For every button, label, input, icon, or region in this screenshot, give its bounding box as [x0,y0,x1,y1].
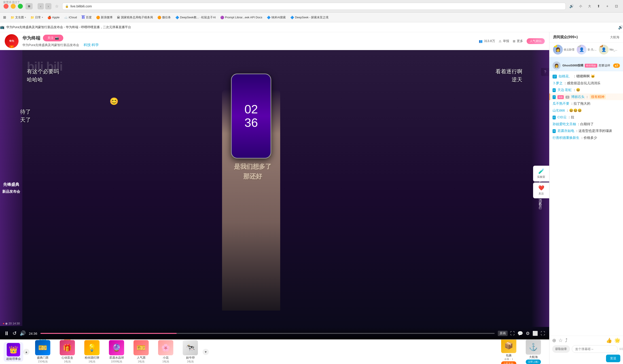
small-icon[interactable]: 小 [577,3,584,9]
msg-5-username: 山乞666 [553,108,565,112]
notice-volume-icon[interactable]: 🔊 [618,25,623,30]
gift-item-boat[interactable]: ⚓ 大航海 立即上船› [521,339,546,364]
streamer-name: 华为终端 [22,35,40,41]
gift-item-1[interactable]: BLS 🎫 盛典门票 150电池 [30,339,55,364]
chat-text-4: 天了 [20,116,31,123]
viewer-1[interactable]: 👩 梁1 依云卧雪 [553,45,575,55]
bm-prompt[interactable]: 🟣 Prompt Librar...eek API Docs [220,16,262,19]
gift-name-5: 人气票 [137,356,146,360]
chat-text-6: 逆天 [495,76,522,83]
gift-item-package[interactable]: 📦 包裹 余额：1 立即充值› [496,339,521,364]
notice-icon: 📺 [0,25,4,29]
bm-daily[interactable]: 📁 日常 ▾ [30,15,43,20]
chat-icon-1[interactable]: ⊕ [552,338,556,343]
report-btn[interactable]: ⚠ 举报 [499,39,509,43]
close-button[interactable] [3,4,8,9]
bm-icloud[interactable]: ☁️ iCloud [64,16,77,19]
msg-3-text: ： [585,95,589,99]
board-button[interactable]: 立即上船› [526,360,541,364]
play-pause-button[interactable]: ⏸ [4,330,9,337]
gift-item-7[interactable]: 🐄 娃牛哔 1电池 [178,339,202,364]
gift-name-1: 盛典门票 [37,356,48,360]
gift-item-3[interactable]: 💡 粉丝团灯牌 1电池 [80,339,104,364]
msg-0-emoji: 🐱 [591,74,595,78]
viewer-avatar-2: 👤 梁2 [577,45,587,55]
chat-text-1: 有这个必要吗 [27,68,59,75]
gift-scroll-up-btn[interactable]: ▲ [23,349,29,355]
msg-9-username: 行善积德重焕新生 [553,136,579,140]
star-icon[interactable]: ☆ [55,4,59,9]
chat-message-2: 6 天边·彩虹 ：😆 [549,86,623,93]
theater-btn[interactable]: ⬜ [533,331,538,336]
lab-action-btn[interactable]: 🧪 实验室 [533,166,549,182]
tabs-overview-button[interactable]: ⊡ [613,3,620,9]
bm-baidu[interactable]: 百 百度 [81,15,92,20]
bm-weibo[interactable]: 🟠 新浪微博 [96,15,112,20]
chat-message-1: 卜萝之 ：感觉很适合玩儿消消乐 [549,80,623,87]
msg-0-username: 似桃花、 [558,74,572,78]
msg-6-level: 6 [553,116,556,119]
bm-tax[interactable]: 🏛 国家税务总局电子税务局 [117,15,153,20]
volume-icon[interactable]: 🔊 [568,3,575,9]
gift-item-2[interactable]: 首抽 🎁 心动盲盒 1电池 [55,339,80,364]
replay-button[interactable]: ↺ [13,330,17,336]
pip-button[interactable]: ⛶ [510,331,515,336]
progress-bar[interactable] [41,333,495,334]
msg-3-subbadge: ⑩ [566,96,569,99]
volume-button[interactable]: 🔊 [20,330,26,336]
gift-item-6[interactable]: 🌸 小花 1电池 [154,339,178,364]
tech-tag[interactable]: 科技·科学 [84,43,99,47]
danmaku-btn[interactable]: 💬 [517,331,523,336]
chat-overlay-area: 有这个必要吗 哈哈哈 [27,68,59,83]
gift-list-item-selected[interactable]: 👑 超能理事会 [3,342,23,362]
gift-item-5[interactable]: 🎫 人气票 1电池 [129,339,154,364]
gift-name-package: 包裹 [506,353,512,358]
chat-input-field[interactable] [572,345,618,353]
share-stats-btn[interactable]: ⊞ 更多 [513,39,523,43]
chat-icon-star[interactable]: ☆ [558,338,563,343]
settings-btn[interactable]: ⚙ [526,331,530,336]
share-icon[interactable]: ⬆ [595,3,601,9]
sidebar-toggle-button[interactable]: ⊞ [25,3,33,9]
bm-grid-icon[interactable]: ⊞ [3,15,6,20]
chat-overlay-top-right: 看着逐行啊 逆天 [495,68,522,83]
minimize-button[interactable] [11,4,16,9]
gift-item-4[interactable]: 🔮 星愿水晶球 1000电池 [104,339,129,364]
viewer-3[interactable]: 👤 梁3 Nio_... [599,45,617,55]
new-tab-button[interactable]: + [604,3,610,9]
chat-icon-share[interactable]: ⤴ [565,338,568,343]
charge-button[interactable]: 立即充值› [501,361,516,364]
msg-6-text: ：拉 [568,115,574,119]
gift-scroll-down-btn[interactable]: ▼ [202,349,209,355]
fullscreen-btn[interactable]: ⛶ [541,331,545,336]
bm-wentu[interactable]: 📁 文生图 ▾ [11,15,26,20]
video-player[interactable]: bili bili 先锋盛典 新品发布会 有这个必要吗 哈哈哈 待了 天了 😊 … [0,50,549,339]
bm-weitask[interactable]: 🟠 微任务 [157,15,171,20]
maximize-button[interactable] [18,4,23,9]
emoji-float: 😊 [110,97,118,106]
chat-like-icon[interactable]: 👍 [606,338,612,343]
get-courage-button[interactable]: 获取励章 [552,345,570,353]
gift-bar: 👑 超能理事会 ▲ BLS 🎫 盛典门票 150电池 首抽 🎁 心动盲盒 [0,339,549,364]
back-button[interactable]: ‹ [38,3,44,9]
msg-2-username: 天边·彩虹 [557,88,572,92]
forward-button[interactable]: › [45,3,51,9]
viewer-2[interactable]: 👤 梁2 非·凡·... [577,45,597,55]
bm-deepseek2[interactable]: 🔷 DeepSeek - 探索未至之境 [290,15,329,20]
follow-button[interactable]: 关注 📷 [43,35,63,41]
chat-message-7: 孙姐爱吃文旦柚 ：白期待了 [549,121,623,128]
streamer-avatar: 华为 ⚡ [4,34,19,48]
phone-time: 0236 [245,103,258,129]
chat-text-5: 看着逐行啊 [495,68,522,75]
chat-gift-icon[interactable]: 🌟 [614,338,620,343]
send-button[interactable]: 发送 [606,355,620,362]
bm-nami[interactable]: 🔷 纳米AI搜索 [267,15,286,20]
bm-apple[interactable]: 🍎 Apple [47,16,60,19]
large-icon[interactable]: 大 [586,3,593,9]
quality-button[interactable]: 原画 [498,331,508,336]
follow-action-btn[interactable]: ❤️ 关注 [533,182,549,198]
lab-icon: 🧪 [538,168,544,174]
url-bar[interactable]: 🔒 live.bilibili.com [62,3,566,10]
msg-1-username: 卜萝之 [553,81,563,85]
bm-deepseek1[interactable]: 🔷 DeepSeek教... · 松鼠盒子AI [175,15,216,20]
